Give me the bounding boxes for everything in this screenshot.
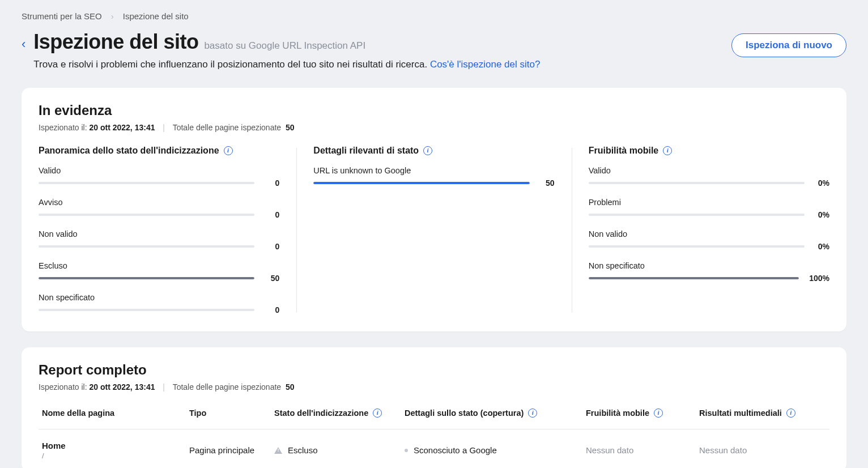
help-link[interactable]: Cos'è l'ispezione del sito?: [430, 59, 541, 70]
bar-line: 0: [39, 242, 279, 251]
col-index-status[interactable]: Stato dell'indicizzazionei: [274, 409, 405, 418]
highlights-card: In evidenza Ispezionato il: 20 ott 2022,…: [22, 88, 846, 331]
report-total-pages-value: 50: [286, 382, 295, 392]
highlights-title: In evidenza: [39, 103, 829, 118]
bar-label: Escluso: [39, 261, 279, 270]
bar-row: Non valido0%: [589, 229, 829, 251]
report-table: Nome della pagina Tipo Stato dell'indici…: [39, 397, 829, 469]
bar-track: [589, 245, 805, 248]
widget-mobile-usability: Fruibilità mobile i Valido0%Problemi0%No…: [572, 146, 829, 314]
bar-label: Valido: [589, 166, 829, 175]
bar-row: Escluso50: [39, 261, 279, 283]
bar-label: Non specificato: [39, 293, 279, 302]
info-icon[interactable]: i: [373, 409, 382, 418]
cell-coverage: Sconosciuto a Google: [405, 445, 586, 455]
bar-row: URL is unknown to Google50: [313, 166, 554, 188]
bar-track: [39, 182, 254, 184]
bar-label: Non valido: [39, 229, 279, 239]
bar-value: 0: [265, 305, 279, 314]
col-page-name[interactable]: Nome della pagina: [42, 409, 189, 418]
bar-value: 50: [265, 274, 279, 283]
bar-value: 50: [540, 178, 555, 188]
bar-value: 0%: [815, 178, 829, 188]
bar-row: Valido0: [39, 166, 279, 188]
bar-line: 0%: [589, 210, 829, 219]
table-body: Home/Pagina principaleEsclusoSconosciuto…: [39, 429, 829, 469]
bar-track: [39, 277, 254, 279]
bar-line: 50: [39, 274, 279, 283]
total-pages-label: Totale delle pagine ispezionate: [173, 123, 281, 132]
bar-label: Non valido: [589, 229, 829, 239]
breadcrumb: Strumenti per la SEO › Ispezione del sit…: [22, 11, 846, 21]
bar-track: [589, 182, 805, 184]
bar-label: Valido: [39, 166, 279, 175]
bar-value: 0: [265, 178, 279, 188]
bar-track: [39, 245, 254, 248]
bar-value: 0: [265, 242, 279, 251]
report-total-pages-label: Totale delle pagine ispezionate: [173, 382, 281, 392]
status-dot-icon: [405, 449, 408, 452]
info-icon[interactable]: i: [786, 409, 795, 418]
page-path: /: [42, 452, 189, 460]
bar-track: [589, 214, 805, 216]
info-icon[interactable]: i: [224, 146, 233, 155]
bar-track: [39, 309, 254, 311]
bar-line: 50: [313, 178, 554, 188]
cell-rich-results: Nessun dato: [699, 445, 812, 455]
report-title: Report completo: [39, 362, 829, 378]
bar-row: Non specificato100%: [589, 261, 829, 283]
bar-line: 0: [39, 305, 279, 314]
col-coverage-details[interactable]: Dettagli sullo stato (copertura)i: [405, 409, 586, 418]
table-row[interactable]: Home/Pagina principaleEsclusoSconosciuto…: [39, 429, 829, 469]
api-note: basato su Google URL Inspection API: [204, 40, 365, 52]
report-meta: Ispezionato il: 20 ott 2022, 13:41 | Tot…: [39, 382, 829, 392]
bar-track: [39, 214, 254, 216]
widget-index-rows: Valido0Avviso0Non valido0Escluso50Non sp…: [39, 166, 279, 314]
page-description: Trova e risolvi i problemi che influenza…: [33, 57, 540, 72]
warning-icon: [274, 447, 282, 454]
info-icon[interactable]: i: [423, 146, 432, 155]
col-rich-results[interactable]: Risultati multimedialii: [699, 409, 812, 418]
widget-status-title: Dettagli rilevanti di stato: [313, 146, 419, 156]
bar-label: Non specificato: [589, 261, 829, 270]
info-icon[interactable]: i: [663, 146, 672, 155]
cell-mobile: Nessun dato: [586, 445, 699, 455]
back-chevron-icon[interactable]: ‹: [22, 38, 25, 50]
coverage-text: Sconosciuto a Google: [414, 445, 497, 455]
highlights-meta: Ispezionato il: 20 ott 2022, 13:41 | Tot…: [39, 123, 829, 132]
inspected-at-label: Ispezionato il:: [39, 123, 87, 132]
breadcrumb-item-seo-tools[interactable]: Strumenti per la SEO: [22, 11, 102, 21]
bar-row: Valido0%: [589, 166, 829, 188]
bar-label: Problemi: [589, 198, 829, 207]
bar-label: Avviso: [39, 198, 279, 207]
bar-label: URL is unknown to Google: [313, 166, 554, 175]
bar-fill: [589, 277, 799, 279]
inspected-at-value: 20 ott 2022, 13:41: [90, 123, 155, 132]
info-icon[interactable]: i: [528, 409, 537, 418]
cell-index-status: Escluso: [274, 445, 405, 455]
widget-mobile-rows: Valido0%Problemi0%Non valido0%Non specif…: [589, 166, 829, 283]
breadcrumb-item-site-inspection[interactable]: Ispezione del sito: [123, 11, 189, 21]
cell-type: Pagina principale: [189, 445, 274, 455]
widget-status-rows: URL is unknown to Google50: [313, 166, 554, 188]
cell-page-name: Home/: [42, 441, 189, 460]
widget-index-overview: Panoramica dello stato dell'indicizzazio…: [39, 146, 296, 314]
bar-fill: [39, 277, 254, 279]
info-icon[interactable]: i: [654, 409, 663, 418]
bar-row: Non specificato0: [39, 293, 279, 314]
col-mobile[interactable]: Fruibilità mobilei: [586, 409, 699, 418]
table-header-row: Nome della pagina Tipo Stato dell'indici…: [39, 397, 829, 429]
report-inspected-at-value: 20 ott 2022, 13:41: [90, 382, 155, 392]
widget-status-details: Dettagli rilevanti di stato i URL is unk…: [296, 146, 571, 314]
col-type[interactable]: Tipo: [189, 409, 274, 418]
chevron-right-icon: ›: [111, 11, 114, 21]
reinspect-button[interactable]: Ispeziona di nuovo: [731, 33, 846, 57]
bar-track: [589, 277, 799, 279]
bar-row: Non valido0: [39, 229, 279, 251]
title-block: Ispezione del sito basato su Google URL …: [33, 30, 540, 72]
bar-value: 0: [265, 210, 279, 219]
bar-row: Avviso0: [39, 198, 279, 219]
widget-mobile-title: Fruibilità mobile: [589, 146, 659, 156]
bar-line: 0%: [589, 242, 829, 251]
bar-value: 0%: [815, 242, 829, 251]
